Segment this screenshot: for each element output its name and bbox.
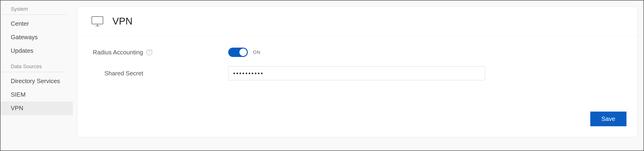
app-frame: System Center Gateways Updates Data Sour… [0,0,644,151]
shared-secret-input[interactable] [228,66,485,80]
label-radius-accounting-text: Radius Accounting [93,49,143,56]
label-shared-secret: Shared Secret [90,70,228,77]
sidebar-item-center[interactable]: Center [0,17,73,30]
page-title: VPN [112,16,132,27]
row-radius-accounting: Radius Accounting ? ON [90,48,624,57]
radius-accounting-state: ON [253,50,260,55]
label-shared-secret-text: Shared Secret [104,70,143,77]
save-button[interactable]: Save [590,112,626,126]
label-radius-accounting: Radius Accounting ? [90,49,228,56]
main-content: VPN Radius Accounting ? ON [73,0,644,151]
panel-body: Radius Accounting ? ON Shared Secret [77,36,637,112]
sidebar-item-directory-services[interactable]: Directory Services [0,74,73,88]
radius-accounting-toggle-wrap: ON [228,48,260,57]
sidebar-item-vpn[interactable]: VPN [0,102,73,115]
sidebar-item-updates[interactable]: Updates [0,44,73,58]
sidebar-item-gateways[interactable]: Gateways [0,30,73,44]
help-icon[interactable]: ? [146,49,152,55]
radius-accounting-toggle[interactable] [228,48,248,57]
sidebar-item-siem[interactable]: SIEM [0,88,73,102]
svg-rect-0 [92,16,103,24]
sidebar: System Center Gateways Updates Data Sour… [0,0,73,151]
sidebar-section-system: System [2,5,66,15]
toggle-knob [240,48,247,56]
sidebar-section-data-sources: Data Sources [2,62,66,72]
row-shared-secret: Shared Secret [90,66,624,80]
panel-footer: Save [77,112,637,137]
monitor-icon [90,16,104,27]
panel-header: VPN [77,7,637,36]
sidebar-gap [0,57,73,62]
settings-panel: VPN Radius Accounting ? ON [77,6,638,137]
